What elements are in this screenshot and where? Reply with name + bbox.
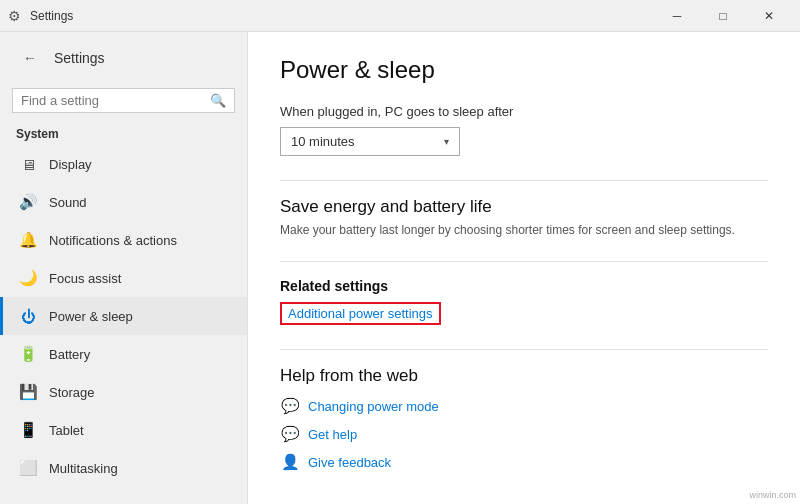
changing-power-mode-link[interactable]: Changing power mode xyxy=(308,399,439,414)
sidebar-item-battery-label: Battery xyxy=(49,347,90,362)
chat-icon-1: 💬 xyxy=(280,396,300,416)
focus-icon: 🌙 xyxy=(19,269,37,287)
energy-section-title: Save energy and battery life xyxy=(280,197,768,217)
back-button[interactable]: ← xyxy=(16,44,44,72)
sidebar-item-notifications-label: Notifications & actions xyxy=(49,233,177,248)
sidebar-item-tablet[interactable]: 📱 Tablet xyxy=(0,411,247,449)
search-icon: 🔍 xyxy=(210,93,226,108)
multitasking-icon: ⬜ xyxy=(19,459,37,477)
sidebar-item-power[interactable]: ⏻ Power & sleep xyxy=(0,297,247,335)
sleep-section: When plugged in, PC goes to sleep after … xyxy=(280,104,768,156)
divider-2 xyxy=(280,261,768,262)
search-input[interactable] xyxy=(21,93,204,108)
sidebar-item-battery[interactable]: 🔋 Battery xyxy=(0,335,247,373)
sidebar-section-label: System xyxy=(0,121,247,145)
additional-power-settings-link[interactable]: Additional power settings xyxy=(280,302,441,325)
feedback-icon: 👤 xyxy=(280,452,300,472)
dropdown-arrow-icon: ▾ xyxy=(444,136,449,147)
minimize-button[interactable]: ─ xyxy=(654,0,700,32)
maximize-button[interactable]: □ xyxy=(700,0,746,32)
web-help-section: Help from the web 💬 Changing power mode … xyxy=(280,366,768,472)
sidebar-item-focus[interactable]: 🌙 Focus assist xyxy=(0,259,247,297)
search-box[interactable]: 🔍 xyxy=(12,88,235,113)
power-icon: ⏻ xyxy=(19,307,37,325)
sidebar-item-sound[interactable]: 🔊 Sound xyxy=(0,183,247,221)
tablet-icon: 📱 xyxy=(19,421,37,439)
sidebar-item-sound-label: Sound xyxy=(49,195,87,210)
content-area: Power & sleep When plugged in, PC goes t… xyxy=(248,32,800,504)
sidebar-item-display-label: Display xyxy=(49,157,92,172)
storage-icon: 💾 xyxy=(19,383,37,401)
display-icon: 🖥 xyxy=(19,155,37,173)
watermark: winwin.com xyxy=(749,490,796,500)
sidebar: ← Settings 🔍 System 🖥 Display 🔊 Sound 🔔 … xyxy=(0,32,248,504)
energy-section-desc: Make your battery last longer by choosin… xyxy=(280,223,768,237)
web-help-title: Help from the web xyxy=(280,366,768,386)
sidebar-item-tablet-label: Tablet xyxy=(49,423,84,438)
app-container: ← Settings 🔍 System 🖥 Display 🔊 Sound 🔔 … xyxy=(0,32,800,504)
sidebar-item-notifications[interactable]: 🔔 Notifications & actions xyxy=(0,221,247,259)
settings-icon: ⚙ xyxy=(8,8,24,24)
divider-3 xyxy=(280,349,768,350)
sound-icon: 🔊 xyxy=(19,193,37,211)
close-button[interactable]: ✕ xyxy=(746,0,792,32)
additional-power-settings-container: Additional power settings xyxy=(280,302,441,325)
related-settings-title: Related settings xyxy=(280,278,768,294)
plugged-label: When plugged in, PC goes to sleep after xyxy=(280,104,768,119)
title-bar-title: Settings xyxy=(30,9,654,23)
battery-icon: 🔋 xyxy=(19,345,37,363)
title-bar: ⚙ Settings ─ □ ✕ xyxy=(0,0,800,32)
sleep-dropdown[interactable]: 10 minutes ▾ xyxy=(280,127,460,156)
sidebar-item-multitasking-label: Multitasking xyxy=(49,461,118,476)
window-controls: ─ □ ✕ xyxy=(654,0,792,32)
sidebar-item-storage-label: Storage xyxy=(49,385,95,400)
sidebar-item-multitasking[interactable]: ⬜ Multitasking xyxy=(0,449,247,487)
sidebar-app-title: Settings xyxy=(54,50,105,66)
back-icon: ← xyxy=(23,50,37,66)
sidebar-header: ← Settings xyxy=(0,32,247,84)
sidebar-item-focus-label: Focus assist xyxy=(49,271,121,286)
sidebar-item-display[interactable]: 🖥 Display xyxy=(0,145,247,183)
changing-power-mode-row: 💬 Changing power mode xyxy=(280,396,768,416)
page-title: Power & sleep xyxy=(280,56,768,84)
chat-icon-2: 💬 xyxy=(280,424,300,444)
sleep-dropdown-value: 10 minutes xyxy=(291,134,355,149)
sidebar-item-power-label: Power & sleep xyxy=(49,309,133,324)
related-settings-section: Related settings Additional power settin… xyxy=(280,278,768,325)
get-help-row: 💬 Get help xyxy=(280,424,768,444)
notifications-icon: 🔔 xyxy=(19,231,37,249)
energy-section: Save energy and battery life Make your b… xyxy=(280,197,768,237)
sidebar-item-storage[interactable]: 💾 Storage xyxy=(0,373,247,411)
get-help-link[interactable]: Get help xyxy=(308,427,357,442)
give-feedback-link[interactable]: Give feedback xyxy=(308,455,391,470)
give-feedback-row: 👤 Give feedback xyxy=(280,452,768,472)
divider-1 xyxy=(280,180,768,181)
